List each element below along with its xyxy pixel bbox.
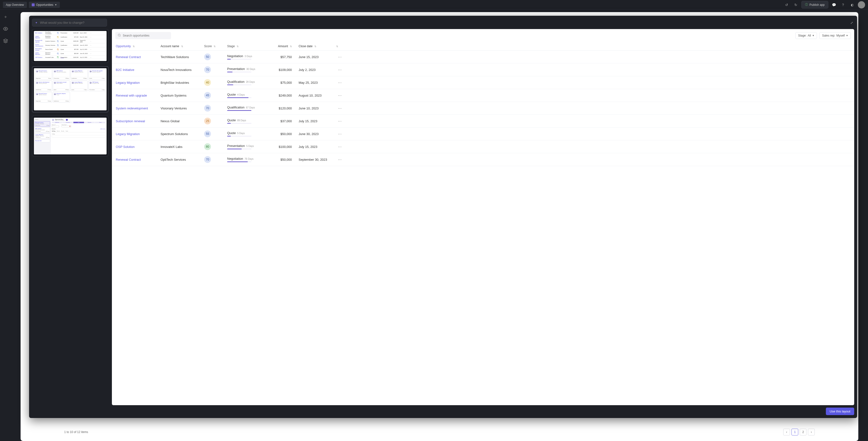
publish-label: Publish app — [809, 3, 825, 6]
help-icon[interactable]: ? — [839, 1, 847, 8]
avatar[interactable] — [858, 1, 865, 8]
tab-label: Opportunities — [36, 3, 53, 6]
app-overview-label: App Overview — [6, 3, 24, 6]
chat-icon[interactable]: 💬 — [830, 1, 837, 8]
chevron-down-icon: ▼ — [55, 4, 57, 6]
opportunities-tab[interactable]: Opportunities ▼ — [29, 2, 60, 8]
redo-icon[interactable]: ↻ — [792, 1, 800, 8]
app-overview-button[interactable]: App Overview — [3, 2, 27, 8]
info-icon: ⓘ — [805, 3, 808, 7]
topbar: App Overview Opportunities ▼ ↺ ↻ ⓘ Publi… — [0, 0, 868, 10]
tab-icon — [32, 3, 35, 6]
moon-icon[interactable]: ◐ — [848, 1, 856, 8]
undo-icon[interactable]: ↺ — [783, 1, 790, 8]
publish-button[interactable]: ⓘ Publish app — [801, 1, 828, 8]
